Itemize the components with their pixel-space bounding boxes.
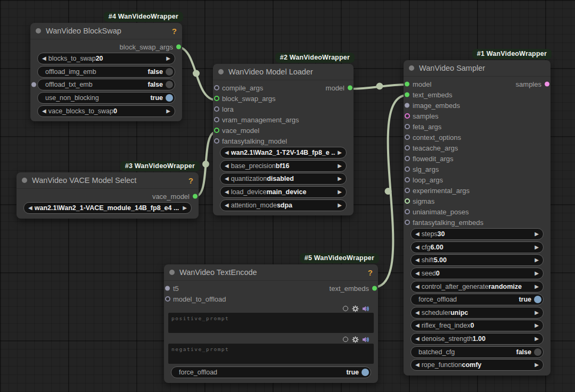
offload_img_emb-widget[interactable]: offload_img_embfalse (37, 66, 175, 78)
blocks_to_swap-widget[interactable]: ◀blocks_to_swap20▶ (37, 53, 175, 64)
collapse-dot-icon[interactable] (218, 69, 224, 74)
fantasytalking_model-input-port[interactable] (214, 138, 219, 144)
batched_cfg-widget[interactable]: batched_cfgfalse (410, 346, 544, 358)
denoise_strength-widget[interactable]: ◀denoise_strength1.00▶ (410, 333, 544, 345)
increment-arrow-icon[interactable]: ▶ (532, 257, 543, 263)
block_swap_args-output-port[interactable] (176, 45, 181, 49)
positive-prompt-textarea[interactable]: positive_prompt (168, 313, 374, 333)
help-icon[interactable]: ? (188, 176, 193, 185)
help-icon[interactable]: ? (172, 27, 177, 36)
increment-arrow-icon[interactable]: ▶ (335, 203, 346, 208)
node-titlebar[interactable]: WanVideo VACE Model Select? (17, 172, 199, 189)
control_after_generate-widget[interactable]: ◀control_after_generaterandomize▶ (410, 281, 544, 293)
increment-arrow-icon[interactable]: ▶ (532, 362, 543, 368)
increment-arrow-icon[interactable]: ▶ (335, 176, 346, 181)
gear-icon[interactable] (352, 336, 359, 343)
compile_args-input-port[interactable] (214, 85, 219, 90)
decrement-arrow-icon[interactable]: ◀ (220, 163, 231, 169)
decrement-arrow-icon[interactable]: ◀ (24, 205, 35, 211)
steps-widget[interactable]: ◀steps30▶ (410, 228, 544, 240)
speaker-icon[interactable] (363, 337, 369, 343)
feta_args-input-port[interactable] (405, 124, 410, 129)
vace_blocks_to_swap-widget[interactable]: ◀vace_blocks_to_swap0▶ (37, 105, 175, 117)
context_options-input-port[interactable] (405, 135, 410, 140)
vram_management_args-input-port[interactable] (214, 117, 219, 122)
quantization-widget[interactable]: ◀quantizationdisabled▶ (220, 173, 347, 185)
seed-widget[interactable]: ◀seed0▶ (410, 268, 544, 279)
collapse-dot-icon[interactable] (169, 270, 175, 275)
force_offload-widget[interactable]: force_offloadtrue (171, 366, 371, 378)
toggle-dot[interactable] (166, 81, 173, 88)
teacache_args-input-port[interactable] (405, 145, 410, 151)
gear-icon[interactable] (352, 305, 359, 312)
circle-icon[interactable] (343, 306, 348, 311)
loop_args-input-port[interactable] (405, 177, 410, 182)
speaker-icon[interactable] (363, 306, 369, 312)
use_non_blocking-widget[interactable]: use_non_blockingtrue (37, 92, 175, 104)
decrement-arrow-icon[interactable]: ◀ (220, 203, 231, 208)
decrement-arrow-icon[interactable]: ◀ (411, 310, 422, 315)
toggle-dot[interactable] (166, 94, 173, 102)
increment-arrow-icon[interactable]: ▶ (335, 189, 346, 195)
decrement-arrow-icon[interactable]: ◀ (411, 245, 422, 250)
toggle-dot[interactable] (534, 296, 541, 303)
wire-midpoint-dot[interactable] (385, 188, 392, 195)
help-icon[interactable]: ? (368, 268, 373, 277)
wire-midpoint-dot[interactable] (193, 70, 200, 77)
decrement-arrow-icon[interactable]: ◀ (411, 271, 422, 276)
decrement-arrow-icon[interactable]: ◀ (38, 56, 48, 61)
decrement-arrow-icon[interactable]: ◀ (220, 189, 231, 195)
scheduler-widget[interactable]: ◀schedulerunipc▶ (410, 307, 544, 319)
block_swap_args-input-port[interactable] (214, 96, 219, 101)
samples-output-port[interactable] (545, 82, 549, 87)
collapse-dot-icon[interactable] (36, 28, 41, 34)
unianimate_poses-input-port[interactable] (405, 209, 410, 214)
toggle-dot[interactable] (534, 348, 541, 356)
increment-arrow-icon[interactable]: ▶ (532, 310, 543, 315)
toggle-dot[interactable] (362, 369, 369, 376)
model-output-port[interactable] (348, 86, 352, 90)
increment-arrow-icon[interactable]: ▶ (335, 150, 346, 155)
slg_args-input-port[interactable] (405, 166, 410, 172)
vace_model-input-port[interactable] (214, 128, 219, 133)
model-select-widget[interactable]: ◀wan2.1\Wan2_1-VACE_module_14B_fp8_e4 ..… (23, 202, 192, 214)
lora-input-port[interactable] (214, 106, 219, 112)
node-titlebar[interactable]: WanVideo Model Loader (213, 64, 354, 80)
wire-midpoint-dot[interactable] (376, 83, 383, 90)
shift-widget[interactable]: ◀shift5.00▶ (410, 254, 544, 266)
toggle-dot[interactable] (166, 68, 173, 76)
fantasytalking_embeds-input-port[interactable] (405, 220, 410, 225)
rope_function-widget[interactable]: ◀rope_functioncomfy▶ (410, 359, 544, 371)
force_offload-widget[interactable]: force_offloadtrue (410, 294, 544, 305)
increment-arrow-icon[interactable]: ▶ (532, 284, 543, 289)
text_embeds-output-port[interactable] (372, 286, 377, 291)
model-select-widget[interactable]: ◀wan2.1\Wan2_1-T2V-14B_fp8_e ...▶ (220, 147, 347, 159)
decrement-arrow-icon[interactable]: ◀ (411, 257, 422, 263)
increment-arrow-icon[interactable]: ▶ (164, 109, 175, 114)
increment-arrow-icon[interactable]: ▶ (532, 245, 543, 250)
image_embeds-input-port[interactable] (405, 103, 409, 108)
decrement-arrow-icon[interactable]: ◀ (38, 109, 48, 114)
decrement-arrow-icon[interactable]: ◀ (220, 176, 231, 181)
t5-input-port[interactable] (165, 286, 170, 291)
cfg-widget[interactable]: ◀cfg6.00▶ (410, 241, 544, 253)
vace_model-output-port[interactable] (193, 194, 198, 199)
increment-arrow-icon[interactable]: ▶ (335, 163, 346, 169)
negative-prompt-textarea[interactable]: negative_prompt (168, 344, 374, 364)
attention_mode-widget[interactable]: ◀attention_modesdpa▶ (220, 199, 347, 211)
offload_txt_emb-input-port[interactable] (31, 82, 36, 87)
node-titlebar[interactable]: WanVideo BlockSwap? (30, 23, 182, 39)
increment-arrow-icon[interactable]: ▶ (532, 231, 543, 237)
increment-arrow-icon[interactable]: ▶ (180, 205, 191, 211)
node-titlebar[interactable]: WanVideo Sampler (404, 60, 551, 77)
load_device-widget[interactable]: ◀load_devicemain_device▶ (220, 186, 347, 198)
wire-midpoint-dot[interactable] (202, 161, 209, 168)
text_embeds-input-port[interactable] (405, 93, 409, 97)
model_to_offload-input-port[interactable] (165, 296, 170, 302)
decrement-arrow-icon[interactable]: ◀ (411, 231, 422, 237)
decrement-arrow-icon[interactable]: ◀ (411, 284, 422, 289)
increment-arrow-icon[interactable]: ▶ (532, 271, 543, 276)
node-graph-canvas[interactable]: #4 WanVideoWrapperWanVideo BlockSwap?blo… (0, 0, 575, 392)
collapse-dot-icon[interactable] (22, 178, 27, 183)
increment-arrow-icon[interactable]: ▶ (532, 323, 543, 328)
